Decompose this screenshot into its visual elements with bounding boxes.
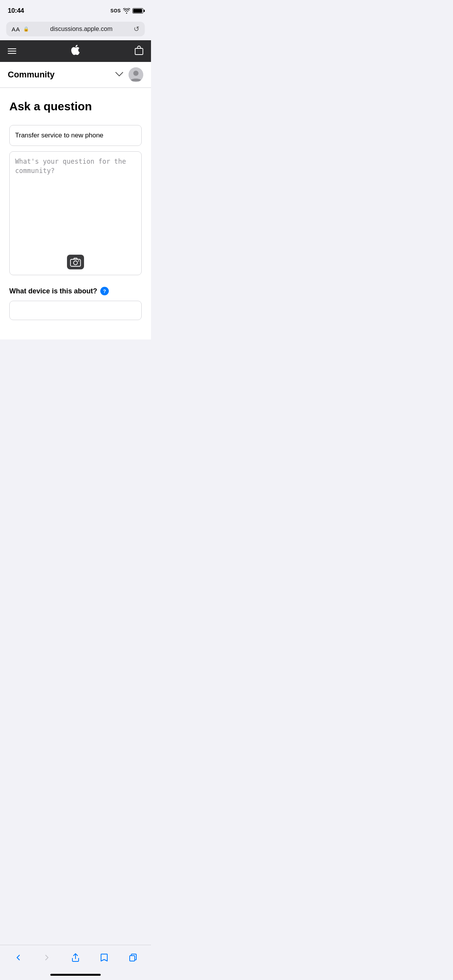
sos-indicator: SOS (110, 8, 121, 14)
device-section: What device is this about? ? (9, 287, 142, 326)
device-label: What device is this about? ? (9, 287, 142, 295)
community-dropdown-chevron[interactable] (115, 71, 123, 78)
camera-button[interactable] (15, 255, 136, 269)
community-header: Community (0, 62, 151, 88)
question-textarea-container (9, 151, 142, 275)
hamburger-menu-button[interactable] (8, 48, 16, 54)
status-icons: SOS (110, 8, 143, 14)
status-bar: 10:44 SOS (0, 0, 151, 19)
svg-rect-3 (70, 259, 81, 266)
main-content: Ask a question What device is this about… (0, 88, 151, 339)
apple-nav-bar (0, 40, 151, 62)
svg-rect-0 (135, 48, 143, 55)
camera-icon-wrap (67, 255, 84, 269)
apple-logo-icon (71, 45, 80, 57)
svg-point-4 (74, 261, 77, 265)
url-text[interactable]: discussions.apple.com (32, 26, 130, 33)
question-textarea[interactable] (15, 157, 136, 250)
refresh-icon[interactable]: ↺ (134, 25, 139, 33)
status-time: 10:44 (8, 7, 24, 15)
aa-button[interactable]: AA (12, 26, 20, 33)
svg-point-2 (133, 71, 138, 76)
address-bar-container: AA 🔒 discussions.apple.com ↺ (0, 19, 151, 40)
svg-point-5 (78, 260, 79, 262)
wifi-icon (123, 8, 130, 14)
bag-icon[interactable] (135, 46, 143, 57)
address-bar[interactable]: AA 🔒 discussions.apple.com ↺ (6, 22, 145, 36)
lock-icon: 🔒 (23, 26, 29, 32)
page-title: Ask a question (9, 99, 142, 113)
subject-input[interactable] (9, 125, 142, 146)
avatar[interactable] (129, 67, 143, 82)
device-help-badge[interactable]: ? (100, 287, 109, 295)
battery-icon (132, 8, 143, 14)
community-title: Community (8, 70, 55, 80)
device-selector[interactable] (9, 301, 142, 320)
community-header-right (115, 67, 143, 82)
